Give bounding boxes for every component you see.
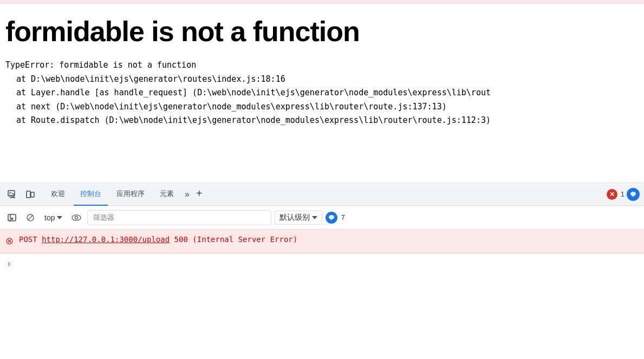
- filter-input[interactable]: [87, 210, 271, 225]
- level-chevron-icon: [312, 216, 317, 219]
- error-badge-icon: ✕: [609, 191, 615, 198]
- tab-right-icons: ✕ 1: [607, 188, 640, 201]
- svg-point-5: [630, 192, 636, 196]
- error-circle-icon: ⊗: [5, 235, 14, 247]
- svg-line-11: [28, 216, 32, 220]
- svg-point-13: [75, 216, 78, 219]
- svg-point-12: [72, 215, 81, 220]
- stack-line-1: at D:\web\node\init\ejs\generator\routes…: [5, 73, 639, 87]
- tab-application[interactable]: 应用程序: [110, 183, 151, 206]
- clear-console-button[interactable]: [23, 210, 38, 225]
- error-stack: TypeError: formidable is not a function …: [5, 58, 639, 128]
- svg-rect-4: [31, 192, 34, 197]
- error-type-line: TypeError: formidable is not a function: [5, 58, 639, 73]
- console-content: ⊗ POST http://127.0.0.1:3000/upload 500 …: [0, 230, 644, 274]
- stack-line-3: at next (D:\web\node\init\ejs\generator\…: [5, 100, 639, 114]
- error-message-text: POST http://127.0.0.1:3000/upload 500 (I…: [19, 234, 297, 245]
- svg-marker-6: [632, 195, 634, 197]
- device-toggle-icon[interactable]: [23, 187, 38, 202]
- context-selector[interactable]: top: [41, 212, 66, 224]
- level-label: 默认级别: [279, 213, 310, 223]
- console-toolbar: top 默认级别 7: [0, 206, 644, 230]
- tab-console[interactable]: 控制台: [74, 183, 108, 206]
- chat-icon[interactable]: [627, 188, 640, 201]
- log-level-selector[interactable]: 默认级别: [275, 211, 322, 225]
- svg-rect-3: [27, 191, 30, 198]
- http-method: POST: [19, 235, 37, 244]
- devtools-tool-icons: [4, 187, 38, 202]
- devtools-toolbar: 欢迎 控制台 应用程序 元素 » + ✕ 1: [0, 183, 644, 206]
- svg-marker-15: [330, 219, 332, 220]
- expand-arrow-icon[interactable]: ›: [8, 259, 10, 269]
- more-tabs-button[interactable]: »: [183, 190, 192, 199]
- tab-welcome[interactable]: 欢迎: [44, 183, 71, 206]
- message-badge: [326, 212, 337, 224]
- stack-line-2: at Layer.handle [as handle_request] (D:\…: [5, 86, 639, 100]
- top-nav-bar: [0, 0, 644, 4]
- console-error-row: ⊗ POST http://127.0.0.1:3000/upload 500 …: [0, 230, 644, 253]
- status-code: 500: [174, 235, 188, 244]
- tab-elements[interactable]: 元素: [153, 183, 180, 206]
- error-badge: ✕: [607, 189, 617, 200]
- inspect-element-icon[interactable]: [4, 187, 19, 202]
- status-text: (Internal Server Error): [192, 235, 297, 244]
- svg-marker-9: [11, 217, 14, 220]
- console-expand-row: ›: [0, 253, 644, 274]
- error-count-label: 1: [621, 190, 625, 198]
- stack-line-4: at Route.dispatch (D:\web\node\init\ejs\…: [5, 114, 639, 128]
- svg-point-14: [329, 215, 334, 219]
- context-label: top: [44, 213, 55, 222]
- error-url-link[interactable]: http://127.0.0.1:3000/upload: [42, 235, 170, 244]
- add-tab-button[interactable]: +: [194, 187, 205, 200]
- expand-console-button[interactable]: [4, 210, 19, 225]
- live-expressions-button[interactable]: [69, 210, 84, 225]
- message-count: 7: [341, 213, 344, 221]
- chevron-down-icon: [57, 216, 62, 219]
- error-title: formidable is not a function: [5, 15, 639, 48]
- error-page: formidable is not a function TypeError: …: [0, 4, 644, 183]
